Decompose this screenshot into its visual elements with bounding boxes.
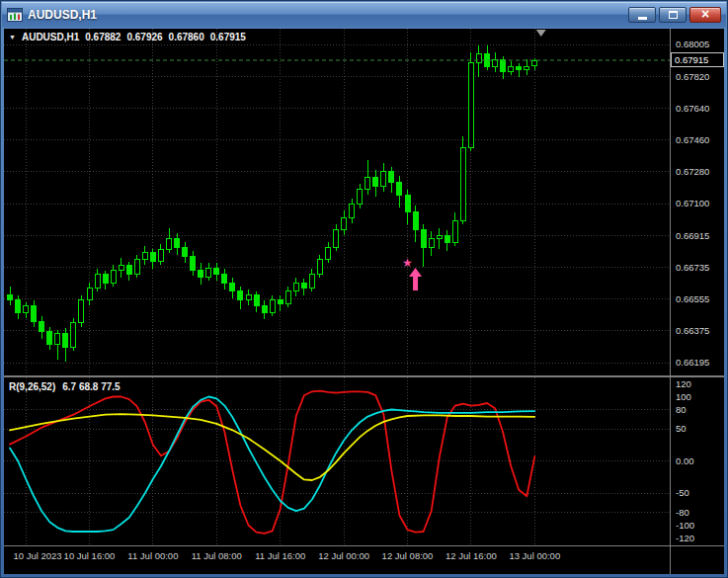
indicator-tick-label: -120 [676,533,694,543]
time-axis-label: 12 Jul 16:00 [438,550,505,561]
time-axis-label: 11 Jul 16:00 [247,550,314,561]
minimize-icon [638,17,647,20]
quote-high: 0.67926 [126,32,162,42]
scale-separator [670,29,671,574]
indicator-scale[interactable]: 12010080500.00-50-80-100-120 [672,29,724,574]
grid-lines [4,29,670,544]
window-titlebar[interactable]: AUDUSD,H1 × [2,2,726,28]
quote-low: 0.67860 [169,32,204,42]
indicator-tick-label: 50 [676,423,687,434]
indicator-tick-label: 120 [676,378,691,389]
minimize-button[interactable] [628,7,656,23]
time-axis-label: 12 Jul 08:00 [374,550,442,561]
pane-separator[interactable] [4,375,724,377]
chart-client-area: ★ ▼ AUDUSD,H1 0.67882 0.67926 0.67860 0.… [4,29,724,574]
indicator-tick-label: 80 [676,404,687,415]
restore-icon [669,11,678,19]
close-button[interactable]: × [689,7,721,23]
quote-open: 0.67882 [85,32,121,42]
chart-window: AUDUSD,H1 × ★ ▼ AUDUSD,H1 0.67882 0.6792… [0,0,728,578]
quote-symbol: AUDUSD,H1 [22,32,79,42]
time-axis[interactable]: 10 Jul 202310 Jul 16:0011 Jul 00:0011 Ju… [4,550,670,570]
window-controls: × [628,7,721,23]
close-icon: × [701,7,709,21]
time-axis-label: 11 Jul 00:00 [120,550,187,561]
indicator-name: R(9,26,52) [9,381,55,392]
indicator-tick-label: -50 [676,487,689,498]
chart-window-icon [7,7,23,23]
time-axis-label: 13 Jul 00:00 [501,550,568,561]
indicator-line-slow-yellow [10,414,534,480]
indicator-values: 6.7 68.8 77.5 [62,381,120,392]
collapse-arrow-icon[interactable]: ▼ [9,34,16,41]
buy-signal-arrow-icon[interactable] [409,268,422,290]
buy-signal-star-icon[interactable]: ★ [402,256,413,270]
indicator-label: R(9,26,52) 6.7 68.8 77.5 [9,381,121,392]
chart-shift-icon[interactable] [536,30,546,37]
time-axis-label: 12 Jul 00:00 [310,550,377,561]
indicator-tick-label: 100 [676,391,691,402]
quote-header: ▼ AUDUSD,H1 0.67882 0.67926 0.67860 0.67… [9,32,246,42]
time-axis-label: 10 Jul 16:00 [56,550,123,561]
quote-close: 0.67915 [210,32,246,42]
restore-button[interactable] [659,7,687,23]
indicator-lines [10,391,534,534]
indicator-tick-label: -80 [676,507,689,518]
chart-canvas[interactable]: ★ [4,29,670,574]
time-axis-label: 11 Jul 08:00 [183,550,250,561]
current-price-box: 0.67915 [671,52,724,67]
axis-separator [4,545,724,546]
window-title: AUDUSD,H1 [28,8,623,22]
indicator-tick-label: -100 [676,520,694,531]
indicator-tick-label: 0.00 [676,455,694,466]
